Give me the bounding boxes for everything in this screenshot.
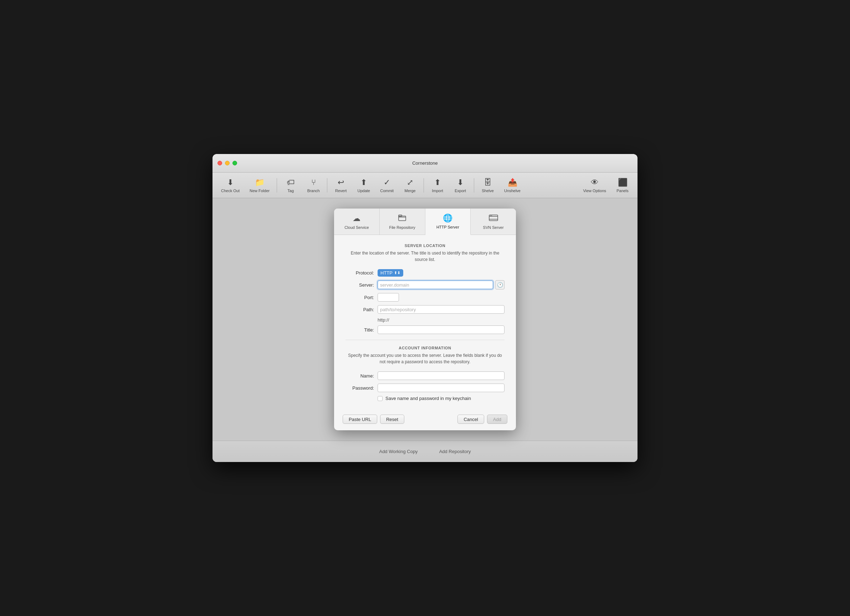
minimize-button[interactable] bbox=[225, 161, 230, 165]
file-repository-icon bbox=[398, 214, 406, 223]
titlebar: Cornerstone bbox=[212, 154, 638, 172]
toolbar-import[interactable]: ⬆ Import bbox=[427, 176, 448, 195]
server-input[interactable] bbox=[377, 281, 493, 289]
commit-icon: ✓ bbox=[384, 178, 390, 187]
tab-file-repository[interactable]: File Repository bbox=[380, 209, 425, 235]
check-out-icon: ⬇ bbox=[227, 178, 233, 187]
port-label: Port: bbox=[346, 295, 374, 300]
dialog-body: SERVER LOCATION Enter the location of th… bbox=[334, 235, 516, 410]
toolbar-view-options[interactable]: 👁 View Options bbox=[579, 176, 611, 195]
name-input[interactable] bbox=[377, 371, 504, 380]
name-control bbox=[377, 371, 504, 380]
window-title: Cornerstone bbox=[412, 160, 438, 166]
shelve-label: Shelve bbox=[482, 188, 494, 193]
path-label: Path: bbox=[346, 307, 374, 312]
add-button[interactable]: Add bbox=[487, 414, 507, 424]
toolbar-sep-3 bbox=[424, 178, 424, 193]
merge-label: Merge bbox=[405, 188, 416, 193]
cloud-service-icon: ☁ bbox=[353, 214, 361, 223]
update-label: Update bbox=[357, 188, 370, 193]
paste-url-button[interactable]: Paste URL bbox=[343, 414, 377, 424]
tab-http-server[interactable]: 🌐 HTTP Server bbox=[425, 209, 471, 235]
dialog-buttons: Paste URL Reset Cancel Add bbox=[334, 410, 516, 430]
port-control bbox=[377, 293, 504, 302]
toolbar-commit[interactable]: ✓ Commit bbox=[376, 176, 398, 195]
account-info-desc: Specify the account you use to access th… bbox=[346, 352, 504, 365]
protocol-row: Protocol: HTTP ⬆⬇ bbox=[346, 269, 504, 277]
toolbar-export[interactable]: ⬇ Export bbox=[450, 176, 471, 195]
toolbar-tag[interactable]: 🏷 Tag bbox=[280, 176, 301, 195]
unshelve-label: Unshelve bbox=[504, 188, 521, 193]
title-label: Title: bbox=[346, 327, 374, 333]
server-label: Server: bbox=[346, 283, 374, 288]
tab-cloud-service[interactable]: ☁ Cloud Service bbox=[334, 209, 380, 235]
add-repository-button[interactable]: Add Repository bbox=[439, 449, 471, 454]
path-input[interactable] bbox=[377, 305, 504, 314]
keychain-checkbox[interactable] bbox=[377, 396, 383, 401]
svg-point-6 bbox=[491, 215, 492, 216]
toolbar-check-out[interactable]: ⬇ Check Out bbox=[217, 176, 244, 195]
name-row: Name: bbox=[346, 371, 504, 380]
toolbar-unshelve[interactable]: 📤 Unshelve bbox=[500, 176, 525, 195]
cancel-button[interactable]: Cancel bbox=[458, 414, 484, 424]
svn-server-icon bbox=[489, 214, 498, 223]
toolbar-sep-4 bbox=[474, 178, 474, 193]
toolbar-revert[interactable]: ↩ Revert bbox=[330, 176, 352, 195]
new-folder-label: New Folder bbox=[250, 188, 269, 193]
branch-icon: ⑂ bbox=[311, 178, 316, 187]
panels-icon: ⬛ bbox=[618, 178, 627, 187]
port-input[interactable] bbox=[377, 293, 399, 302]
name-label: Name: bbox=[346, 373, 374, 378]
title-input[interactable] bbox=[377, 326, 504, 334]
tag-icon: 🏷 bbox=[287, 178, 295, 187]
protocol-value-text: HTTP bbox=[380, 270, 392, 275]
content-area: ☁ Cloud Service File Repository 🌐 bbox=[212, 198, 638, 441]
clock-icon: 🕐 bbox=[497, 282, 503, 288]
toolbar: ⬇ Check Out 📁 New Folder 🏷 Tag ⑂ Branch … bbox=[212, 172, 638, 198]
toolbar-update[interactable]: ⬆ Update bbox=[353, 176, 374, 195]
view-options-icon: 👁 bbox=[591, 178, 599, 187]
protocol-dropdown[interactable]: HTTP ⬆⬇ bbox=[377, 269, 403, 277]
protocol-select: HTTP ⬆⬇ bbox=[377, 269, 504, 277]
title-row: Title: bbox=[346, 326, 504, 334]
toolbar-shelve[interactable]: 🗄 Shelve bbox=[477, 176, 498, 195]
maximize-button[interactable] bbox=[232, 161, 237, 165]
close-button[interactable] bbox=[217, 161, 222, 165]
server-history-button[interactable]: 🕐 bbox=[495, 280, 504, 290]
tag-label: Tag bbox=[287, 188, 294, 193]
toolbar-panels[interactable]: ⬛ Panels bbox=[612, 176, 633, 195]
toolbar-sep-1 bbox=[277, 178, 277, 193]
path-control bbox=[377, 305, 504, 314]
reset-button[interactable]: Reset bbox=[380, 414, 404, 424]
server-location-title: SERVER LOCATION bbox=[346, 244, 504, 248]
tab-svn-server-label: SVN Server bbox=[483, 225, 504, 230]
update-icon: ⬆ bbox=[361, 178, 367, 187]
export-icon: ⬇ bbox=[457, 178, 464, 187]
toolbar-merge[interactable]: ⤢ Merge bbox=[400, 176, 421, 195]
tab-file-repository-label: File Repository bbox=[389, 225, 415, 230]
tab-svn-server[interactable]: SVN Server bbox=[471, 209, 516, 235]
toolbar-new-folder[interactable]: 📁 New Folder bbox=[245, 176, 274, 195]
protocol-arrows-icon: ⬆⬇ bbox=[394, 271, 400, 275]
title-control bbox=[377, 326, 504, 334]
dialog-tabs: ☁ Cloud Service File Repository 🌐 bbox=[334, 209, 516, 235]
toolbar-sep-2 bbox=[327, 178, 327, 193]
server-location-desc: Enter the location of the server. The ti… bbox=[346, 250, 504, 263]
merge-icon: ⤢ bbox=[407, 178, 413, 187]
add-working-copy-button[interactable]: Add Working Copy bbox=[379, 449, 418, 454]
import-icon: ⬆ bbox=[434, 178, 441, 187]
protocol-control: HTTP ⬆⬇ bbox=[377, 269, 504, 277]
server-input-row: 🕐 bbox=[377, 280, 504, 290]
shelve-icon: 🗄 bbox=[484, 178, 492, 187]
port-row: Port: bbox=[346, 293, 504, 302]
revert-label: Revert bbox=[335, 188, 347, 193]
unshelve-icon: 📤 bbox=[508, 178, 517, 187]
protocol-label: Protocol: bbox=[346, 270, 374, 275]
revert-icon: ↩ bbox=[338, 178, 344, 187]
toolbar-branch[interactable]: ⑂ Branch bbox=[303, 176, 324, 195]
section-divider bbox=[346, 340, 504, 340]
new-folder-icon: 📁 bbox=[255, 178, 265, 187]
http-server-icon: 🌐 bbox=[443, 214, 452, 223]
svg-rect-1 bbox=[399, 215, 402, 216]
password-input[interactable] bbox=[377, 384, 504, 392]
